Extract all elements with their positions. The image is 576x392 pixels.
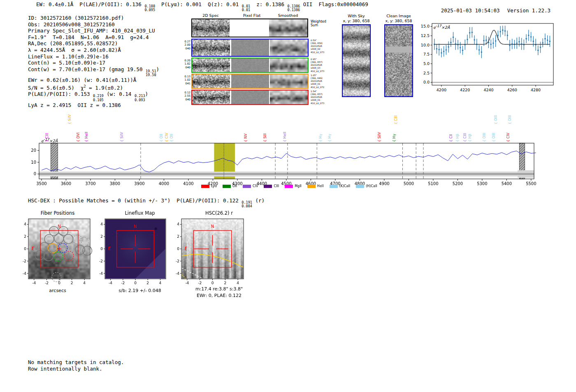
with-sky-image (342, 24, 371, 97)
weighted-sum-label: Weighted Sum (311, 20, 326, 27)
legend-label: (K)CaII (339, 184, 351, 188)
catalog-match-summary: HSC-DEX : Possible Matches = 0 (within +… (28, 197, 265, 208)
svg-text:4: 4 (100, 222, 103, 226)
text-segment: λ = 4244.55Å σ = 2.60(±0.82)Å (28, 47, 121, 53)
emission-line-marker: { OIII (482, 133, 486, 142)
svg-text:0: 0 (100, 247, 103, 251)
svg-text:-4: -4 (176, 271, 179, 276)
stacked-uncertainty: 0.2190.105 (93, 94, 104, 102)
svg-text:-2: -2 (23, 259, 26, 263)
svg-text:2: 2 (146, 281, 149, 285)
spec-cutout-row (191, 39, 309, 57)
svg-text:15.0: 15.0 (421, 24, 430, 28)
svg-text:7.5: 7.5 (423, 52, 430, 56)
2d-spec-image (192, 39, 230, 56)
pixel-flat-image (231, 58, 269, 72)
compass-north: N (134, 224, 137, 229)
2d-spec-image (192, 19, 230, 37)
catalog-note-line1: No matching targets in catalog. (28, 359, 124, 366)
text-segment: Primary Spec_Slot_IFU_AMP: 410_024_039_L… (28, 28, 155, 34)
legend-label: Lyα (211, 184, 217, 188)
pixel-flat-blank (231, 19, 268, 37)
2d-spectra-panel: 2D Spec Pixel Flat Smoothed Weighted Sum… (181, 12, 333, 108)
svg-text:4200: 4200 (437, 88, 446, 92)
info-line: Primary Spec_Slot_IFU_AMP: 410_024_039_L… (28, 28, 159, 34)
text-segment: (w: 0.14 (104, 91, 135, 97)
svg-text:3900: 3900 (134, 181, 144, 186)
elixer-report-page: EW: 0.4±0.1Å P(LAE)/P(OII): 0.136 0.1880… (0, 0, 576, 392)
text-segment: z: 0.1386 (250, 1, 287, 7)
clean-image-coords: x, y: 380, 658 (380, 19, 418, 23)
full-spectrum-svg: 3500360037003800390040004100420043004400… (25, 104, 555, 194)
svg-text:3700: 3700 (85, 181, 95, 186)
emission-line-marker: { HeII (84, 132, 88, 142)
fiber-circle (53, 252, 63, 261)
col-title-2d-spec: 2D Spec (194, 13, 227, 18)
svg-text:10: 10 (31, 160, 36, 165)
text-segment: ) (145, 91, 149, 97)
svg-text:4000: 4000 (159, 181, 169, 186)
clean-image-header: Clean Image x, y: 380, 658 (380, 14, 418, 24)
text-segment: S/N = 5.6(±0.5) χ (28, 85, 84, 91)
svg-text:-2: -2 (45, 281, 49, 285)
legend-item: HeII (307, 184, 324, 188)
svg-text:4: 4 (237, 281, 239, 285)
info-line: Cont(w) = 7.70(±0.01)e-17 (gmag 19.50 19… (28, 66, 159, 77)
catalog-note-line2: Row intentionally blank. (28, 366, 124, 372)
svg-text:0.0: 0.0 (423, 80, 430, 84)
svg-text:2: 2 (24, 234, 26, 239)
svg-text:-2: -2 (99, 259, 103, 263)
compass-east: E (32, 246, 34, 251)
clean-image-canvas (385, 25, 412, 96)
fiber-annotation: 1.54" (380, 657) 20210506 v008_01 410_LU… (311, 90, 331, 105)
legend-swatch (243, 185, 251, 188)
fiber-weight-labels: 0.13 1.02 041 (181, 75, 190, 85)
legend-swatch (223, 185, 231, 188)
emission-line-marker: { CIV (165, 132, 169, 142)
emission-line-marker: { SiIV (377, 132, 381, 142)
compass-east: E (185, 246, 187, 251)
svg-text:20: 20 (31, 148, 36, 153)
text-segment: Cont(n) = 5.10(±0.09)e-17 (28, 60, 105, 66)
fiber-positions-svg: NE-4-4-2-2002244 (16, 208, 99, 300)
emission-line-marker: { OIII (508, 115, 512, 124)
svg-text:2: 2 (100, 234, 103, 239)
svg-text:5200: 5200 (453, 181, 463, 186)
with-sky-title: With Sky (337, 14, 375, 19)
svg-text:3500: 3500 (36, 181, 46, 186)
emission-line-marker: { SiIV (120, 132, 124, 142)
col-title-pixel-flat: Pixel Flat (235, 13, 268, 18)
spectral-line-legend: LyαOIICIVCIIIMgIIHeII(K)CaII(H)CaII (173, 184, 406, 188)
spec-cutout-row (191, 74, 309, 89)
info-line: λ = 4244.55Å σ = 2.60(±0.82)Å (28, 47, 159, 53)
svg-text:4: 4 (177, 222, 179, 226)
legend-swatch (307, 185, 316, 188)
legend-swatch (285, 185, 293, 188)
spec-cutout-row (191, 19, 308, 37)
emission-line-marker: { SiII (263, 133, 267, 142)
with-sky-coords: x, y: 380, 658 (337, 19, 375, 23)
with-sky-header: With Sky x, y: 380, 658 (337, 14, 375, 24)
emission-line-marker: { CII (449, 134, 453, 142)
compass-north: N (58, 224, 60, 229)
fiber-circle (83, 246, 92, 255)
legend-label: OII (232, 184, 237, 188)
legend-item: MgII (285, 184, 302, 188)
text-segment: LineFlux = 1.10(±0.29)e-16 (28, 53, 109, 60)
clean-image (384, 24, 413, 97)
fiber-annotation: 1.05" (380, 649) 20210506 v008_01 410_LU… (311, 74, 331, 89)
svg-text:2: 2 (177, 234, 179, 239)
svg-text:0: 0 (34, 172, 36, 176)
info-line: Cont(n) = 5.10(±0.09)e-17 (28, 60, 159, 66)
emission-line-marker: { Hγ (318, 134, 323, 142)
fiber-annotation: 0.59" (380, 658) 20210506 v008_02 410_LU… (311, 39, 331, 54)
emission-line-marker: { Hγ (392, 134, 396, 142)
lineflux-map-svg: NE-4-4-2-2002244 (99, 208, 181, 300)
zoom-plot-unit-label: e-17×2Å (433, 24, 450, 30)
emission-line-marker: { OIII (494, 115, 498, 124)
svg-text:-2: -2 (176, 259, 179, 263)
smoothed-image (269, 19, 307, 37)
info-line: F=1.9" T=0.184 N=1.06 A=0.91 g=24.4 (28, 34, 159, 41)
svg-text:5300: 5300 (477, 181, 487, 186)
svg-text:0: 0 (211, 281, 214, 285)
